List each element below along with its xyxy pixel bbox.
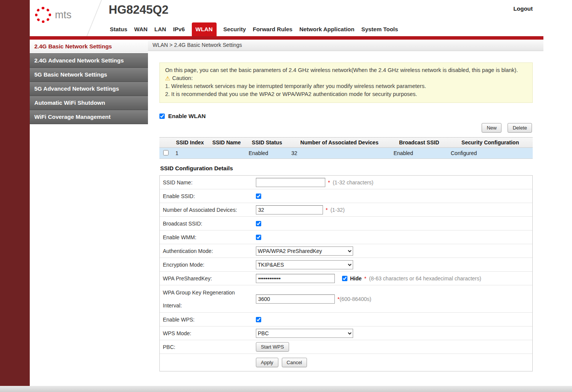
enable-wps-label: Enable WPS: [160, 317, 255, 323]
mts-logo-icon [35, 7, 51, 23]
ssid-name-hint: (1-32 characters) [333, 179, 373, 186]
col-broadcast-ssid: Broadcast SSID [390, 138, 448, 148]
tab-security[interactable]: Security [223, 26, 246, 36]
logout-link[interactable]: Logout [513, 5, 533, 12]
header-diagonal-divider [87, 0, 102, 36]
new-button[interactable]: New [482, 123, 501, 133]
encryption-mode-select[interactable]: TKIP&AES [256, 260, 353, 269]
hide-psk-checkbox[interactable] [342, 276, 347, 281]
apply-button[interactable]: Apply [256, 358, 278, 367]
tab-status[interactable]: Status [110, 26, 127, 36]
form-row-associated-devices: Number of Associated Devices: * (1-32) [160, 203, 532, 217]
cell-broadcast-ssid: Enabled [390, 148, 448, 159]
sidebar-item-auto-wifi-shutdown[interactable]: Automatic WiFi Shutdown [30, 96, 148, 110]
enable-wlan-checkbox[interactable] [159, 114, 165, 119]
cell-ssid-name [207, 148, 246, 159]
associated-devices-hint: (1-32) [330, 207, 344, 213]
brand-logo: mts [35, 7, 72, 23]
ssid-details-form: SSID Name: * (1-32 characters) Enable SS… [159, 175, 533, 371]
rekey-interval-input[interactable] [256, 294, 335, 304]
authentication-mode-label: Authentication Mode: [160, 248, 255, 254]
left-accent-strip [0, 0, 30, 386]
row-select-checkbox[interactable] [163, 150, 169, 155]
form-row-enable-wmm: Enable WMM: [160, 230, 532, 244]
caution-label: Caution: [172, 74, 193, 82]
start-wps-button[interactable]: Start WPS [256, 342, 289, 352]
cell-ssid-index: 1 [172, 148, 207, 159]
sidebar-item-wifi-coverage[interactable]: WiFi Coverage Management [30, 110, 148, 124]
accent-bar [30, 36, 543, 40]
form-row-pbc: PBC: Start WPS [160, 340, 532, 354]
header: mts HG8245Q2 Logout Status WAN LAN IPv6 … [30, 0, 543, 36]
delete-button[interactable]: Delete [508, 123, 532, 133]
tab-wlan[interactable]: WLAN [192, 22, 217, 36]
wps-mode-select[interactable]: PBC [256, 329, 353, 338]
broadcast-ssid-checkbox[interactable] [256, 221, 261, 226]
encryption-mode-label: Encryption Mode: [160, 262, 255, 268]
tab-ipv6[interactable]: IPv6 [173, 26, 185, 36]
wps-mode-label: WPS Mode: [160, 330, 255, 336]
main-panel: WLAN > 2.4G Basic Network Settings On th… [148, 40, 543, 371]
info-line-1: On this page, you can set the basic para… [165, 66, 527, 74]
col-security-configuration: Security Configuration [448, 138, 533, 148]
sidebar-item-5g-advanced[interactable]: 5G Advanced Network Settings [30, 82, 148, 96]
device-model-title: HG8245Q2 [109, 3, 169, 17]
enable-wlan-label: Enable WLAN [168, 113, 206, 119]
col-ssid-name: SSID Name [207, 138, 246, 148]
sidebar-item-24g-advanced[interactable]: 2.4G Advanced Network Settings [30, 54, 148, 68]
required-mark: * [328, 179, 330, 186]
page: mts HG8245Q2 Logout Status WAN LAN IPv6 … [30, 0, 543, 386]
hide-psk-label: Hide [350, 275, 362, 282]
tab-system-tools[interactable]: System Tools [361, 26, 398, 36]
form-row-ssid-name: SSID Name: * (1-32 characters) [160, 176, 532, 189]
ssid-name-label: SSID Name: [160, 179, 255, 186]
col-ssid-status: SSID Status [246, 138, 288, 148]
ssid-details-title: SSID Configuration Details [160, 165, 533, 171]
cell-security-configuration: Configured [448, 148, 533, 159]
form-row-rekey-interval: WPA Group Key Regeneration Interval: *(6… [160, 285, 532, 313]
info-box: On this page, you can set the basic para… [159, 62, 533, 103]
enable-ssid-checkbox[interactable] [256, 194, 261, 199]
form-row-enable-ssid: Enable SSID: [160, 189, 532, 203]
cancel-button[interactable]: Cancel [282, 358, 307, 367]
tab-wan[interactable]: WAN [134, 26, 148, 36]
caution-line: ⚠ Caution: [165, 74, 527, 82]
info-line-3: 2. It is recommended that you use the WP… [165, 90, 527, 98]
tab-lan[interactable]: LAN [154, 26, 166, 36]
header-select-col [159, 138, 172, 148]
brand-name: mts [55, 9, 72, 21]
form-row-encryption-mode: Encryption Mode: TKIP&AES [160, 258, 532, 272]
tab-network-application[interactable]: Network Application [299, 26, 354, 36]
rekey-interval-label: WPA Group Key Regeneration Interval: [160, 286, 255, 312]
required-mark: * [364, 275, 366, 282]
associated-devices-input[interactable] [256, 205, 323, 214]
breadcrumb: WLAN > 2.4G Basic Network Settings [148, 40, 543, 51]
form-row-authentication-mode: Authentication Mode: WPA/WPA2 PreSharedK… [160, 244, 532, 258]
enable-wmm-checkbox[interactable] [256, 235, 261, 240]
broadcast-ssid-label: Broadcast SSID: [160, 221, 255, 227]
enable-wps-checkbox[interactable] [256, 317, 261, 322]
ssid-list-actions: New Delete [159, 123, 533, 133]
col-ssid-index: SSID Index [172, 138, 207, 148]
ssid-name-input[interactable] [256, 178, 325, 187]
form-row-wps-mode: WPS Mode: PBC [160, 326, 532, 340]
enable-wmm-label: Enable WMM: [160, 234, 255, 240]
enable-wlan-row: Enable WLAN [159, 113, 533, 119]
warning-icon: ⚠ [165, 74, 170, 82]
authentication-mode-select[interactable]: WPA/WPA2 PreSharedKey [256, 246, 353, 256]
ssid-table-header-row: SSID Index SSID Name SSID Status Number … [159, 138, 533, 148]
sidebar-item-5g-basic[interactable]: 5G Basic Network Settings [30, 68, 148, 82]
form-row-wpa-presharedkey: WPA PreSharedKey: Hide * (8-63 character… [160, 272, 532, 285]
sidebar-item-24g-basic[interactable]: 2.4G Basic Network Settings [30, 40, 148, 54]
cell-associated-devices: 32 [288, 148, 390, 159]
tab-forward-rules[interactable]: Forward Rules [253, 26, 292, 36]
form-row-apply: Apply Cancel [160, 354, 532, 371]
associated-devices-label: Number of Associated Devices: [160, 207, 255, 213]
ssid-table: SSID Index SSID Name SSID Status Number … [159, 137, 533, 159]
cell-ssid-status: Enabled [246, 148, 288, 159]
rekey-interval-hint: (600-86400s) [339, 296, 371, 302]
form-row-broadcast-ssid: Broadcast SSID: [160, 217, 532, 230]
wpa-presharedkey-input[interactable] [256, 274, 335, 283]
info-line-2: 1. Wireless network services may be inte… [165, 82, 527, 90]
required-mark: * [326, 207, 328, 213]
